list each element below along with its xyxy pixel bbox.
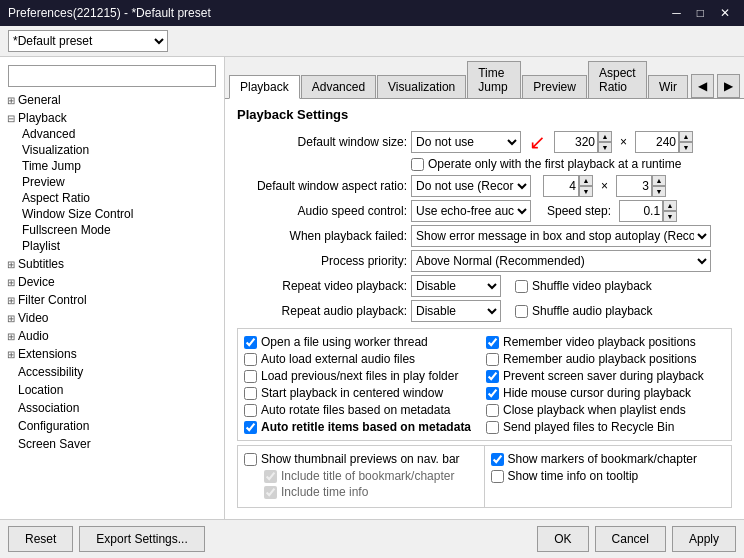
close-button[interactable]: ✕ xyxy=(714,6,736,20)
tab-advanced[interactable]: Advanced xyxy=(301,75,376,98)
aspect-den-up[interactable]: ▲ xyxy=(652,175,666,186)
window-width-up[interactable]: ▲ xyxy=(598,131,612,142)
window-width-input[interactable] xyxy=(554,131,598,153)
tab-aspectratio[interactable]: Aspect Ratio xyxy=(588,61,647,98)
thumbnail-time-checkbox[interactable] xyxy=(264,486,277,499)
minimize-button[interactable]: ─ xyxy=(666,6,687,20)
tree-child-timejump[interactable]: Time Jump xyxy=(18,158,224,174)
default-window-size-select[interactable]: Do not use 480p 720p xyxy=(411,131,521,153)
default-window-size-row: Default window size: Do not use 480p 720… xyxy=(237,130,732,154)
tree-item-screensaver-text: Screen Saver xyxy=(18,437,91,451)
cb-hide-cursor-input[interactable] xyxy=(486,387,499,400)
sidebar: ⊞ General ⊟ Playback Advanced Visualizat… xyxy=(0,57,225,519)
aspect-num-up[interactable]: ▲ xyxy=(579,175,593,186)
tree-child-preview[interactable]: Preview xyxy=(18,174,224,190)
cb-prevent-screensaver: Prevent screen saver during playback xyxy=(486,369,725,383)
thumbnail-title-checkbox[interactable] xyxy=(264,470,277,483)
aspect-den-input[interactable] xyxy=(616,175,652,197)
aspect-num-input[interactable] xyxy=(543,175,579,197)
sidebar-search-input[interactable] xyxy=(8,65,216,87)
tree-item-audio-label[interactable]: ⊞ Audio xyxy=(0,328,224,344)
repeat-audio-select[interactable]: Disable xyxy=(411,300,501,322)
tree-item-association-label[interactable]: Association xyxy=(0,400,224,416)
cb-close-playlist-label: Close playback when playlist ends xyxy=(503,403,686,417)
tree-child-aspectratio[interactable]: Aspect Ratio xyxy=(18,190,224,206)
shuffle-audio-checkbox[interactable] xyxy=(515,305,528,318)
window-height-down[interactable]: ▼ xyxy=(679,142,693,153)
tree-item-subtitles-label[interactable]: ⊞ Subtitles xyxy=(0,256,224,272)
content-area: ⊞ General ⊟ Playback Advanced Visualizat… xyxy=(0,57,744,519)
tab-scroll-left[interactable]: ◀ xyxy=(691,74,714,98)
cb-worker-thread-input[interactable] xyxy=(244,336,257,349)
main-container: *Default preset ⊞ General ⊟ Playback xyxy=(0,26,744,558)
cb-remember-audio-input[interactable] xyxy=(486,353,499,366)
tree-item-configuration-label[interactable]: Configuration xyxy=(0,418,224,434)
tree-item-configuration: Configuration xyxy=(0,417,224,435)
speed-step-input[interactable] xyxy=(619,200,663,222)
process-priority-select[interactable]: Above Normal (Recommended) xyxy=(411,250,711,272)
tab-visualization[interactable]: Visualization xyxy=(377,75,466,98)
tab-scroll-right[interactable]: ▶ xyxy=(717,74,740,98)
aspect-den-down[interactable]: ▼ xyxy=(652,186,666,197)
tree-item-screensaver-label[interactable]: Screen Saver xyxy=(0,436,224,452)
cb-autorotate-label: Auto rotate files based on metadata xyxy=(261,403,450,417)
cb-centered-window-input[interactable] xyxy=(244,387,257,400)
window-height-up[interactable]: ▲ xyxy=(679,131,693,142)
cb-load-prevnext-input[interactable] xyxy=(244,370,257,383)
tree-item-device-text: Device xyxy=(18,275,55,289)
aspect-num-down[interactable]: ▼ xyxy=(579,186,593,197)
tab-playback[interactable]: Playback xyxy=(229,75,300,99)
expander-device: ⊞ xyxy=(4,277,18,288)
show-timeinfo-checkbox[interactable] xyxy=(491,470,504,483)
tab-wir[interactable]: Wir xyxy=(648,75,688,98)
show-markers-checkbox[interactable] xyxy=(491,453,504,466)
ok-button[interactable]: OK xyxy=(537,526,588,552)
preset-select[interactable]: *Default preset xyxy=(8,30,168,52)
bottom-bar: Reset Export Settings... OK Cancel Apply xyxy=(0,519,744,558)
cb-autorotate-input[interactable] xyxy=(244,404,257,417)
tree-item-accessibility-text: Accessibility xyxy=(18,365,83,379)
cb-remember-video-label: Remember video playback positions xyxy=(503,335,696,349)
cb-autoretitle-input[interactable] xyxy=(244,421,257,434)
tab-timejump[interactable]: Time Jump xyxy=(467,61,521,98)
tree-item-video-label[interactable]: ⊞ Video xyxy=(0,310,224,326)
window-width-down[interactable]: ▼ xyxy=(598,142,612,153)
thumbnail-preview-checkbox[interactable] xyxy=(244,453,257,466)
tree-item-filtercontrol-label[interactable]: ⊞ Filter Control xyxy=(0,292,224,308)
cb-close-playlist-input[interactable] xyxy=(486,404,499,417)
tree-child-playlist[interactable]: Playlist xyxy=(18,238,224,254)
apply-button[interactable]: Apply xyxy=(672,526,736,552)
export-settings-button[interactable]: Export Settings... xyxy=(79,526,204,552)
tree-item-device-label[interactable]: ⊞ Device xyxy=(0,274,224,290)
speed-step-up[interactable]: ▲ xyxy=(663,200,677,211)
tree-child-windowsize[interactable]: Window Size Control xyxy=(18,206,224,222)
tab-preview[interactable]: Preview xyxy=(522,75,587,98)
speed-step-down[interactable]: ▼ xyxy=(663,211,677,222)
tree-item-location-label[interactable]: Location xyxy=(0,382,224,398)
aspect-ratio-select[interactable]: Do not use (Recor xyxy=(411,175,531,197)
tree-item-playback-label[interactable]: ⊟ Playback xyxy=(0,110,224,126)
audio-speed-select[interactable]: Use echo-free auc xyxy=(411,200,531,222)
tree-item-extensions-label[interactable]: ⊞ Extensions xyxy=(0,346,224,362)
repeat-video-select[interactable]: Disable xyxy=(411,275,501,297)
tree-item-location: Location xyxy=(0,381,224,399)
tree-child-advanced[interactable]: Advanced xyxy=(18,126,224,142)
reset-button[interactable]: Reset xyxy=(8,526,73,552)
tree-item-accessibility-label[interactable]: Accessibility xyxy=(0,364,224,380)
cb-send-recycle-input[interactable] xyxy=(486,421,499,434)
audio-speed-row: Audio speed control: Use echo-free auc S… xyxy=(237,200,732,222)
shuffle-video-checkbox[interactable] xyxy=(515,280,528,293)
tree-child-visualization[interactable]: Visualization xyxy=(18,142,224,158)
cancel-button[interactable]: Cancel xyxy=(595,526,666,552)
tree-child-fullscreen[interactable]: Fullscreen Mode xyxy=(18,222,224,238)
cb-prevent-screensaver-input[interactable] xyxy=(486,370,499,383)
tree-item-general-label[interactable]: ⊞ General xyxy=(0,92,224,108)
cb-remember-video-input[interactable] xyxy=(486,336,499,349)
maximize-button[interactable]: □ xyxy=(691,6,710,20)
tree-item-video-text: Video xyxy=(18,311,48,325)
playback-failed-select[interactable]: Show error message in box and stop autop… xyxy=(411,225,711,247)
operate-only-checkbox[interactable] xyxy=(411,158,424,171)
cb-autoload-audio-input[interactable] xyxy=(244,353,257,366)
thumbnail-child-time: Include time info xyxy=(264,485,478,499)
window-height-input[interactable] xyxy=(635,131,679,153)
